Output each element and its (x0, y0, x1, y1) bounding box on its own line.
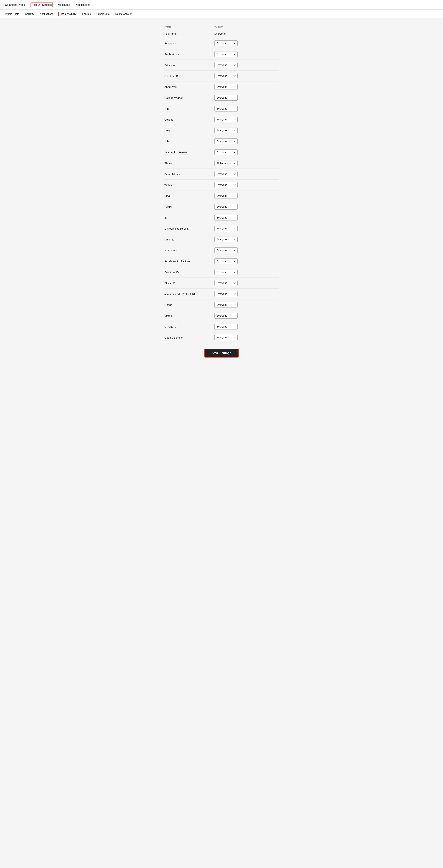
sub-nav-item-profile-visibility[interactable]: Profile Visibility (58, 12, 77, 16)
visibility-select-facebook-profile-link[interactable]: EveryoneAll MembersMy FriendsOnly Me (214, 258, 238, 264)
visibility-select-college-widget[interactable]: EveryoneAll MembersMy FriendsOnly Me (214, 95, 238, 101)
profile-row-vimeo: VimeoEveryoneAll MembersMy FriendsOnly M… (164, 310, 279, 321)
row-label-orcid-id: ORCID ID (164, 325, 214, 328)
sub-nav-item-forums[interactable]: Forums (81, 12, 91, 16)
col-profile-header: Profile (164, 26, 214, 28)
sub-nav-item-delete-account[interactable]: Delete Account (114, 12, 133, 16)
save-settings-button[interactable]: Save Settings (204, 349, 239, 358)
profile-row-pronouns: PronounsEveryoneAll MembersMy FriendsOnl… (164, 38, 279, 49)
visibility-select-title-1[interactable]: EveryoneAll MembersMy FriendsOnly Me (214, 106, 238, 112)
visibility-select-one-line-bio[interactable]: EveryoneAll MembersMy FriendsOnly Me (214, 73, 238, 79)
col-visibility-header: Visibility (214, 26, 223, 28)
profile-row-education: EducationEveryoneAll MembersMy FriendsOn… (164, 60, 279, 70)
visibility-select-about-you[interactable]: EveryoneAll MembersMy FriendsOnly Me (214, 84, 238, 90)
profile-row-title-2: TitleEveryoneAll MembersMy FriendsOnly M… (164, 136, 279, 147)
visibility-select-email-address[interactable]: EveryoneAll MembersMy FriendsOnly Me (214, 171, 238, 177)
row-label-facebook-profile-link: Facebook Profile Link (164, 260, 214, 263)
visibility-select-phone[interactable]: EveryoneAll MembersMy FriendsOnly Me (214, 160, 238, 166)
row-label-skype-id: Skype ID (164, 282, 214, 285)
main-content: Profile Visibility Full NameEveryonePron… (161, 26, 282, 368)
row-label-github: Github (164, 303, 214, 306)
top-nav-item-notifications[interactable]: Notifications (75, 3, 91, 7)
visibility-select-linkedin-profile-link[interactable]: EveryoneAll MembersMy FriendsOnly Me (214, 226, 238, 231)
sub-nav-item-export-data[interactable]: Export Data (96, 12, 110, 16)
row-label-full-name: Full Name (164, 32, 214, 35)
visibility-select-title-2[interactable]: EveryoneAll MembersMy FriendsOnly Me (214, 138, 238, 144)
profile-row-orcid-id: ORCID IDEveryoneAll MembersMy FriendsOnl… (164, 321, 279, 332)
row-label-website: Website (164, 184, 214, 187)
profile-row-twitter: TwitterEveryoneAll MembersMy FriendsOnly… (164, 202, 279, 212)
row-label-one-line-bio: One-Line Bio (164, 74, 214, 78)
visibility-select-education[interactable]: EveryoneAll MembersMy FriendsOnly Me (214, 62, 238, 68)
visibility-select-academic-interests[interactable]: EveryoneAll MembersMy FriendsOnly Me (214, 149, 238, 155)
row-label-college: College (164, 118, 214, 121)
visibility-select-github[interactable]: EveryoneAll MembersMy FriendsOnly Me (214, 302, 238, 308)
top-navigation: Commons ProfileAccount SettingsMessagesN… (0, 0, 443, 10)
visibility-select-college[interactable]: EveryoneAll MembersMy FriendsOnly Me (214, 117, 238, 122)
row-label-google-scholar: Google Scholar (164, 336, 214, 339)
profile-rows: Full NameEveryonePronounsEveryoneAll Mem… (164, 30, 279, 343)
profile-row-delicious-id: Delicious IDEveryoneAll MembersMy Friend… (164, 267, 279, 278)
visibility-select-youtube-id[interactable]: EveryoneAll MembersMy FriendsOnly Me (214, 247, 238, 253)
visibility-select-publications[interactable]: EveryoneAll MembersMy FriendsOnly Me (214, 51, 238, 57)
profile-row-college-widget: College WidgetEveryoneAll MembersMy Frie… (164, 92, 279, 103)
visibility-select-pronouns[interactable]: EveryoneAll MembersMy FriendsOnly Me (214, 40, 238, 46)
visibility-select-delicious-id[interactable]: EveryoneAll MembersMy FriendsOnly Me (214, 269, 238, 275)
visibility-select-role[interactable]: EveryoneAll MembersMy FriendsOnly Me (214, 128, 238, 133)
profile-row-linkedin-profile-link: LinkedIn Profile LinkEveryoneAll Members… (164, 223, 279, 234)
profile-row-title-1: TitleEveryoneAll MembersMy FriendsOnly M… (164, 103, 279, 114)
sub-nav-item-profile-photo[interactable]: Profile Photo (4, 12, 20, 16)
profile-row-youtube-id: YouTube IDEveryoneAll MembersMy FriendsO… (164, 245, 279, 256)
row-label-academic-interests: Academic Interests (164, 151, 214, 154)
row-label-vimeo: Vimeo (164, 314, 214, 317)
visibility-select-flickr-id[interactable]: EveryoneAll MembersMy FriendsOnly Me (214, 237, 238, 242)
sub-navigation: Profile PhotoSecurityNotificationsProfil… (0, 10, 443, 19)
row-label-education: Education (164, 64, 214, 67)
row-label-pronouns: Pronouns (164, 42, 214, 45)
row-label-college-widget: College Widget (164, 96, 214, 99)
visibility-select-im[interactable]: EveryoneAll MembersMy FriendsOnly Me (214, 215, 238, 220)
row-label-im: IM (164, 216, 214, 219)
row-label-phone: Phone (164, 162, 214, 165)
profile-row-email-address: Email AddressEveryoneAll MembersMy Frien… (164, 169, 279, 180)
save-section: Save Settings (164, 349, 279, 358)
visibility-select-vimeo[interactable]: EveryoneAll MembersMy FriendsOnly Me (214, 313, 238, 318)
profile-row-academic-interests: Academic InterestsEveryoneAll MembersMy … (164, 147, 279, 158)
profile-row-full-name: Full NameEveryone (164, 30, 279, 38)
sub-nav-item-notifications[interactable]: Notifications (39, 12, 54, 16)
row-label-title-2: Title (164, 140, 214, 143)
profile-row-academia-profile-url: academia.edu Profile URLEveryoneAll Memb… (164, 288, 279, 300)
row-value-full-name: Everyone (214, 32, 226, 35)
profile-row-role: RoleEveryoneAll MembersMy FriendsOnly Me (164, 125, 279, 136)
sub-nav-item-security[interactable]: Security (24, 12, 35, 16)
row-label-blog: Blog (164, 194, 214, 197)
top-nav-item-account-settings[interactable]: Account Settings (31, 2, 53, 7)
visibility-select-twitter[interactable]: EveryoneAll MembersMy FriendsOnly Me (214, 204, 238, 210)
row-label-academia-profile-url: academia.edu Profile URL (164, 292, 214, 296)
row-label-delicious-id: Delicious ID (164, 271, 214, 274)
profile-row-website: WebsiteEveryoneAll MembersMy FriendsOnly… (164, 180, 279, 190)
top-nav-item-commons-profile[interactable]: Commons Profile (4, 3, 26, 7)
profile-row-phone: PhoneEveryoneAll MembersMy FriendsOnly M… (164, 158, 279, 169)
profile-row-github: GithubEveryoneAll MembersMy FriendsOnly … (164, 300, 279, 310)
profile-row-blog: BlogEveryoneAll MembersMy FriendsOnly Me (164, 190, 279, 202)
top-nav-item-messages[interactable]: Messages (57, 3, 71, 7)
row-label-role: Role (164, 129, 214, 132)
row-label-title-1: Title (164, 107, 214, 110)
profile-row-college: CollegeEveryoneAll MembersMy FriendsOnly… (164, 114, 279, 125)
visibility-select-skype-id[interactable]: EveryoneAll MembersMy FriendsOnly Me (214, 280, 238, 286)
profile-row-publications: PublicationsEveryoneAll MembersMy Friend… (164, 49, 279, 60)
visibility-select-google-scholar[interactable]: EveryoneAll MembersMy FriendsOnly Me (214, 335, 238, 340)
visibility-select-academia-profile-url[interactable]: EveryoneAll MembersMy FriendsOnly Me (214, 291, 238, 297)
table-header: Profile Visibility (164, 26, 279, 30)
row-label-about-you: About You (164, 85, 214, 88)
row-label-publications: Publications (164, 53, 214, 56)
visibility-select-blog[interactable]: EveryoneAll MembersMy FriendsOnly Me (214, 193, 238, 199)
profile-row-about-you: About YouEveryoneAll MembersMy FriendsOn… (164, 82, 279, 92)
row-label-twitter: Twitter (164, 205, 214, 208)
visibility-select-orcid-id[interactable]: EveryoneAll MembersMy FriendsOnly Me (214, 324, 238, 330)
profile-row-google-scholar: Google ScholarEveryoneAll MembersMy Frie… (164, 332, 279, 343)
row-label-flickr-id: Flickr ID (164, 238, 214, 241)
visibility-select-website[interactable]: EveryoneAll MembersMy FriendsOnly Me (214, 182, 238, 188)
profile-row-skype-id: Skype IDEveryoneAll MembersMy FriendsOnl… (164, 278, 279, 288)
